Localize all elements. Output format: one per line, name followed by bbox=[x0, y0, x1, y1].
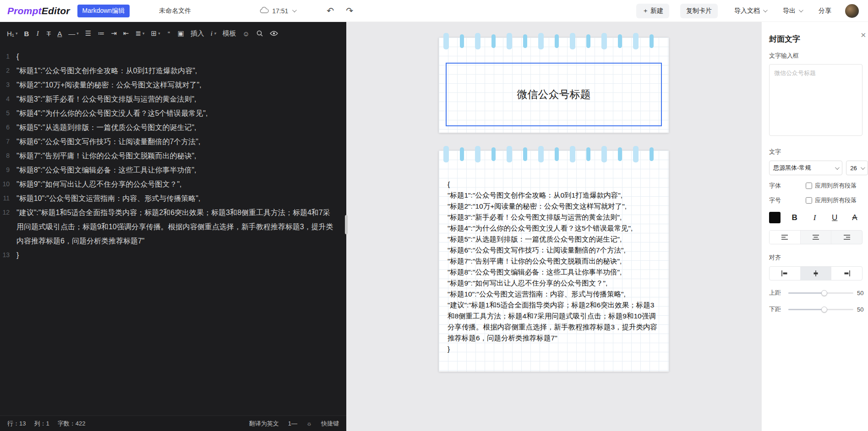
panel-title: 封面文字 bbox=[769, 34, 868, 44]
underline-color-icon[interactable]: A bbox=[54, 26, 65, 41]
binding-ring bbox=[491, 147, 496, 161]
share-button[interactable]: 分享 bbox=[819, 7, 831, 15]
indent-decrease-icon[interactable]: ⇤ bbox=[120, 26, 132, 41]
emoji-icon[interactable]: ☺ bbox=[240, 26, 253, 41]
card-content-text[interactable]: {"标题1":"公众号图文创作全攻略：从0到1打造爆款内容","标题2":"10… bbox=[448, 179, 661, 355]
binding-ring bbox=[538, 146, 544, 162]
format-row: B I U A bbox=[769, 212, 861, 223]
cloud-save-icon bbox=[260, 7, 269, 15]
object-align-right-icon bbox=[843, 270, 851, 277]
cover-card[interactable]: 微信公众号标题 bbox=[439, 38, 669, 133]
align-center-button[interactable] bbox=[800, 231, 831, 244]
search-icon[interactable] bbox=[253, 26, 267, 41]
table-icon[interactable]: ⊞▾ bbox=[148, 26, 164, 41]
underline-button[interactable]: U bbox=[829, 213, 841, 222]
card-text-line: "标题5":"从选题到排版：一篇优质公众号图文的诞生记", bbox=[448, 234, 661, 245]
user-avatar[interactable] bbox=[845, 4, 859, 18]
card-canvas[interactable]: 微信公众号标题 {"标题1":"公众号图文创作全攻略：从0到1打造爆款内容","… bbox=[346, 22, 761, 431]
align-icon[interactable]: ≣▾ bbox=[132, 26, 147, 41]
binding-ring bbox=[570, 33, 575, 49]
line-indicator: 行：13 bbox=[7, 420, 26, 428]
autosave-status[interactable]: 17:51 bbox=[260, 7, 295, 15]
redo-button[interactable]: ↷ bbox=[346, 6, 353, 15]
code-line: 8"标题7":"告别平庸！让你的公众号图文脱颖而出的秘诀", bbox=[0, 149, 346, 163]
markdown-mode-badge[interactable]: Markdown编辑 bbox=[77, 5, 130, 17]
code-line: 3"标题2":"10万+阅读量的秘密：公众号图文这样写就对了", bbox=[0, 78, 346, 92]
binding-ring bbox=[618, 147, 622, 161]
align-right-icon bbox=[843, 234, 851, 240]
code-area[interactable]: 1{2"标题1":"公众号图文创作全攻略：从0到1打造爆款内容",3"标题2":… bbox=[0, 45, 346, 415]
bottom-margin-value: 50 bbox=[857, 306, 866, 313]
italic-icon[interactable]: I bbox=[32, 26, 43, 41]
divider-icon[interactable]: —▾ bbox=[65, 26, 82, 41]
font-family-select[interactable]: 思源黑体-常规 bbox=[769, 161, 842, 175]
slider-thumb[interactable] bbox=[821, 307, 827, 312]
code-line: 7"标题6":"公众号图文写作技巧：让阅读量翻倍的7个方法", bbox=[0, 135, 346, 149]
binding-ring bbox=[586, 147, 590, 161]
pane-resize-handle[interactable] bbox=[345, 215, 348, 234]
card-text-line: "建议":"标题1和5适合全面指导类内容；标题2和6突出效果；标题3和8侧重工具… bbox=[448, 300, 661, 344]
bottom-margin-slider[interactable] bbox=[788, 306, 853, 312]
close-icon[interactable]: ✕ bbox=[860, 31, 866, 39]
export-button[interactable]: 导出 bbox=[783, 7, 802, 15]
apply-all-label: 应用到所有段落 bbox=[815, 196, 857, 205]
quote-icon[interactable]: “ bbox=[164, 26, 175, 41]
binding-ring bbox=[618, 34, 622, 48]
file-name[interactable]: 未命名文件 bbox=[159, 7, 191, 15]
translate-button[interactable]: 翻译为英文 bbox=[249, 420, 279, 428]
import-doc-button[interactable]: 导入文档 bbox=[734, 7, 766, 15]
strikethrough-icon[interactable]: T bbox=[43, 26, 54, 41]
top-margin-slider[interactable] bbox=[788, 290, 853, 296]
image-icon[interactable]: ▣ bbox=[175, 26, 187, 41]
font-size-select[interactable]: 26 bbox=[846, 161, 868, 175]
code-line: 9"标题8":"公众号图文编辑必备：这些工具让你事半功倍", bbox=[0, 163, 346, 177]
slider-thumb[interactable] bbox=[821, 290, 827, 296]
align-section-label: 对齐 bbox=[769, 253, 868, 262]
binding-ring bbox=[443, 33, 449, 49]
input-label: 文字输入框 bbox=[769, 52, 868, 60]
insert-button[interactable]: 插入 bbox=[187, 26, 207, 41]
ordered-list-icon[interactable]: ≔ bbox=[94, 26, 108, 41]
info-icon[interactable]: i▾ bbox=[207, 26, 219, 41]
undo-button[interactable]: ↶ bbox=[327, 6, 334, 15]
cover-text-input[interactable] bbox=[769, 64, 863, 136]
bold-icon[interactable]: B bbox=[21, 26, 32, 41]
bold-button[interactable]: B bbox=[789, 213, 801, 222]
chevron-down-icon bbox=[861, 165, 865, 170]
card-text-line: "标题6":"公众号图文写作技巧：让阅读量翻倍的7个方法", bbox=[448, 245, 661, 256]
size-row-label: 字号 bbox=[769, 196, 790, 205]
content-card[interactable]: {"标题1":"公众号图文创作全攻略：从0到1打造爆款内容","标题2":"10… bbox=[439, 151, 669, 372]
binding-ring bbox=[650, 34, 654, 48]
preview-eye-icon[interactable] bbox=[267, 26, 281, 41]
heading-icon[interactable]: H₁▾ bbox=[4, 26, 21, 41]
align-object-left-button[interactable] bbox=[770, 267, 800, 280]
code-line: 12"建议":"标题1和5适合全面指导类内容；标题2和6突出效果；标题3和8侧重… bbox=[0, 205, 346, 248]
object-align-center-icon bbox=[812, 270, 819, 277]
align-right-button[interactable] bbox=[831, 231, 862, 244]
bullet-list-icon[interactable]: ☰ bbox=[82, 26, 94, 41]
plus-icon: ＋ bbox=[642, 7, 649, 15]
font-apply-all-checkbox[interactable] bbox=[806, 183, 812, 189]
cover-title-box[interactable]: 微信公众号标题 bbox=[446, 63, 662, 126]
shortcuts-button[interactable]: 快捷键 bbox=[321, 420, 339, 428]
size-apply-all-checkbox[interactable] bbox=[806, 197, 812, 204]
top-margin-label: 上距 bbox=[769, 289, 785, 297]
copy-card-button[interactable]: 复制卡片 bbox=[680, 4, 718, 18]
template-button[interactable]: 模板 bbox=[219, 26, 240, 41]
code-line: 5"标题4":"为什么你的公众号图文没人看？这5个错误最常见", bbox=[0, 106, 346, 120]
theme-toggle-icon[interactable]: ☼ bbox=[306, 420, 312, 427]
new-button[interactable]: ＋新建 bbox=[636, 4, 669, 18]
code-line: 1{ bbox=[0, 49, 346, 64]
italic-button[interactable]: I bbox=[809, 213, 821, 222]
top-bar: PromptEditor Markdown编辑 未命名文件 17:51 ↶ ↷ … bbox=[0, 0, 868, 22]
logo-editor: Editor bbox=[42, 5, 70, 16]
indent-increase-icon[interactable]: ⇥ bbox=[108, 26, 120, 41]
align-object-center-button[interactable] bbox=[800, 267, 831, 280]
column-indicator: 列：1 bbox=[34, 420, 49, 428]
editor-status-bar: 行：13 列：1 字数：422 翻译为英文 1— ☼ 快捷键 bbox=[0, 415, 346, 431]
strikethrough-button[interactable]: A bbox=[849, 213, 861, 222]
scale-indicator[interactable]: 1— bbox=[288, 420, 297, 427]
align-object-right-button[interactable] bbox=[831, 267, 862, 280]
align-left-button[interactable] bbox=[770, 231, 800, 244]
text-color-swatch[interactable] bbox=[769, 212, 781, 223]
